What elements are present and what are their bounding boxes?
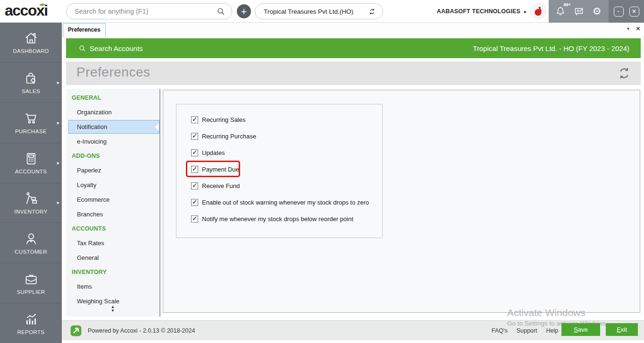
submenu-arrow-icon: ▸ (57, 120, 59, 125)
notifications-bell-icon[interactable]: 99+ (554, 5, 567, 18)
messages-icon[interactable] (572, 5, 585, 18)
tab-strip: Preferences ▾ ✕ (62, 23, 644, 37)
logo-text: acco (5, 2, 36, 19)
nav-item-e-invoicing[interactable]: e-Invoicing (66, 134, 159, 149)
payment-due-checkbox[interactable] (191, 166, 198, 173)
nav-item-items[interactable]: Items (66, 279, 159, 294)
shopping-bag-icon (24, 71, 39, 86)
powered-by-text: Powered by Accoxi - 2.0.13 © 2018-2024 (88, 321, 195, 341)
submenu-arrow-icon: ▸ (57, 160, 59, 165)
person-icon (24, 232, 39, 247)
nav-section-general: GENERAL (66, 91, 159, 105)
green-header-bar: Search Accounts Tropical Treasures Pvt L… (66, 38, 641, 58)
nav-item-general[interactable]: General (66, 250, 159, 265)
search-input[interactable] (67, 8, 217, 15)
sidebar-item-dashboard[interactable]: DASHBOARD (0, 23, 62, 63)
company-fiscal-year: Tropical Treasures Pvt Ltd. - HO (FY 202… (473, 44, 641, 52)
sidebar-item-supplier[interactable]: SUPPLIER (0, 263, 62, 303)
nav-section-accounts: ACCOUNTS (66, 222, 159, 236)
sidebar-item-accounts[interactable]: ACCOUNTS ▸ (0, 143, 62, 183)
settings-gear-icon[interactable]: ⚙ (590, 5, 603, 18)
recurring-purchase-checkbox[interactable] (191, 133, 198, 140)
window-controls: – ✕ (609, 0, 644, 23)
nav-section-add-ons: ADD-ONS (66, 149, 159, 163)
nav-section-inventory: INVENTORY (66, 265, 159, 279)
footer: Powered by Accoxi - 2.0.13 © 2018-2024 F… (62, 320, 644, 340)
tab-preferences[interactable]: Preferences (63, 23, 106, 37)
add-button[interactable]: + (237, 4, 251, 18)
sidebar: DASHBOARD SALES ▸ PURCHASE ▸ (0, 23, 62, 343)
checkbox-row-updates: Updates (176, 145, 382, 161)
sidebar-item-purchase[interactable]: PURCHASE ▸ (0, 103, 62, 143)
tab-close-icon[interactable]: ✕ (636, 25, 641, 32)
exit-button[interactable]: Exit (606, 323, 638, 336)
sidebar-item-inventory[interactable]: INVENTORY ▸ (0, 183, 62, 223)
page-title: Preferences (76, 65, 150, 80)
search-accounts[interactable]: Search Accounts (66, 44, 143, 52)
nav-item-notification[interactable]: Notification (68, 120, 159, 134)
sidebar-item-reports[interactable]: REPORTS (0, 303, 62, 343)
nav-item-loyalty[interactable]: Loyalty (66, 178, 159, 192)
preferences-nav: GENERAL Organization Notification e-Invo… (66, 89, 159, 317)
sidebar-item-sales[interactable]: SALES ▸ (0, 63, 62, 103)
bar-chart-icon (24, 312, 39, 327)
checkbox-row-payment-due: Payment Due (176, 161, 382, 178)
recurring-sales-checkbox[interactable] (191, 116, 198, 123)
sidebar-item-customer[interactable]: CUSTOMER (0, 223, 62, 263)
chevron-right-icon: ▸ (524, 9, 527, 14)
topbar: accoxi + Tropical Treasures Pvt Ltd.(HO)… (0, 0, 644, 23)
accoxi-footer-logo (70, 325, 82, 337)
checkbox-row-recurring-purchase: Recurring Purchase (176, 128, 382, 145)
nav-item-tax-rates[interactable]: Tax Rates (66, 236, 159, 250)
app-window: accoxi + Tropical Treasures Pvt Ltd.(HO)… (0, 0, 644, 343)
avatar-bird-icon (532, 5, 544, 17)
refresh-icon[interactable] (617, 66, 631, 80)
tab-list-dropdown-icon[interactable]: ▾ (627, 26, 629, 31)
user-menu[interactable]: AABASOFT TECHNOLOGIES ▸ (437, 0, 546, 23)
out-of-stock-warning-checkbox[interactable] (191, 199, 198, 206)
user-name: AABASOFT TECHNOLOGIES (437, 8, 520, 15)
hand-truck-icon (24, 191, 39, 206)
notification-badge: 99+ (563, 2, 570, 7)
notification-settings-panel: Recurring Sales Recurring Purchase Updat… (163, 90, 640, 313)
close-window-icon[interactable]: ✕ (629, 7, 639, 17)
nav-item-paperlez[interactable]: Paperlez (66, 163, 159, 178)
faqs-link[interactable]: FAQ's (492, 327, 508, 334)
save-button[interactable]: Save (561, 323, 600, 336)
support-link[interactable]: Support (517, 327, 537, 334)
nav-content-divider (159, 89, 160, 317)
minimize-icon[interactable]: – (614, 7, 624, 17)
calculator-icon (24, 151, 39, 166)
submenu-arrow-icon: ▸ (57, 79, 59, 85)
search-icon[interactable] (217, 7, 226, 16)
avatar (530, 3, 546, 19)
company-selector-label: Tropical Treasures Pvt Ltd.(HO) (255, 8, 368, 15)
checkbox-row-receive-fund: Receive Fund (176, 178, 382, 194)
switch-company-icon (368, 7, 376, 16)
nav-item-organization[interactable]: Organization (66, 105, 159, 120)
footer-links: FAQ's Support Help (492, 321, 558, 341)
checkbox-row-reorder-point-notify: Notify me whenever my stock drops below … (176, 211, 382, 227)
search-accounts-label: Search Accounts (90, 44, 143, 52)
updates-checkbox[interactable] (191, 149, 198, 156)
company-selector[interactable]: Tropical Treasures Pvt Ltd.(HO) (255, 3, 383, 19)
search-icon (78, 44, 86, 52)
briefcase-icon (24, 272, 39, 287)
reorder-point-notify-checkbox[interactable] (191, 215, 198, 223)
home-icon (24, 31, 39, 46)
topbar-icon-tray: 99+ ⚙ (549, 0, 609, 23)
global-search (66, 3, 232, 19)
notification-checkbox-group: Recurring Sales Recurring Purchase Updat… (176, 104, 383, 238)
help-link[interactable]: Help (546, 327, 558, 334)
nav-scroll-spinner[interactable]: ▲▼ (66, 305, 159, 313)
receive-fund-checkbox[interactable] (191, 182, 198, 189)
checkbox-row-recurring-sales: Recurring Sales (176, 111, 382, 128)
nav-item-branches[interactable]: Branches (66, 207, 159, 222)
checkbox-row-out-of-stock-warning: Enable out of stock warning whenever my … (176, 194, 382, 211)
preferences-nav-list: GENERAL Organization Notification e-Invo… (66, 89, 159, 313)
shopping-cart-icon (24, 111, 39, 126)
accoxi-logo: accoxi (5, 2, 48, 19)
submenu-arrow-icon: ▸ (57, 200, 59, 205)
title-band: Preferences (66, 61, 641, 85)
nav-item-ecommerce[interactable]: Ecommerce (66, 192, 159, 207)
